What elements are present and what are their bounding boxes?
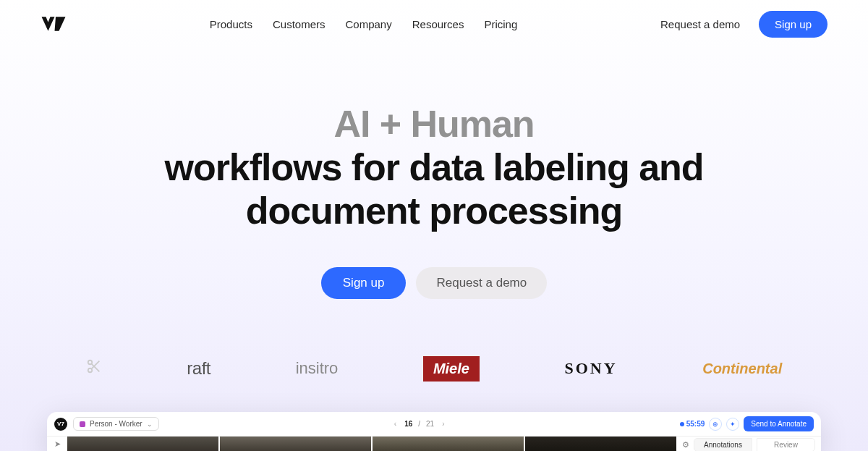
frame-thumbnail[interactable] bbox=[67, 437, 218, 451]
svg-point-1 bbox=[88, 368, 93, 373]
pagination: ‹ 16 / 21 › bbox=[392, 420, 447, 428]
gear-icon[interactable]: ⚙ bbox=[682, 440, 689, 450]
toolbar-left: V7 Person - Worker ⌄ bbox=[54, 417, 159, 431]
page-total: 21 bbox=[426, 420, 434, 428]
automation-button[interactable]: ✦ bbox=[726, 418, 739, 431]
nav-customers[interactable]: Customers bbox=[273, 18, 326, 30]
tab-review[interactable]: Review bbox=[757, 438, 815, 451]
frame-strip[interactable] bbox=[67, 437, 676, 451]
client-logo-placeholder bbox=[86, 358, 102, 379]
request-demo-button-hero[interactable]: Request a demo bbox=[416, 267, 547, 299]
client-logo-insitro: insitro bbox=[296, 359, 339, 378]
timer-dot-icon bbox=[680, 422, 684, 426]
page-separator: / bbox=[418, 420, 420, 428]
zoom-button[interactable]: ⊕ bbox=[709, 418, 722, 431]
frame-thumbnail[interactable] bbox=[525, 437, 676, 451]
session-timer: 55:59 bbox=[680, 420, 705, 428]
prev-page-button[interactable]: ‹ bbox=[392, 420, 399, 428]
nav-products[interactable]: Products bbox=[210, 18, 252, 30]
hero-ctas: Sign up Request a demo bbox=[0, 267, 868, 299]
class-selector[interactable]: Person - Worker ⌄ bbox=[73, 417, 159, 431]
timer-value: 55:59 bbox=[686, 420, 705, 428]
client-logo-raft: raft bbox=[187, 358, 210, 379]
nav-pricing[interactable]: Pricing bbox=[484, 18, 517, 30]
header-actions: Request a demo Sign up bbox=[660, 11, 827, 38]
cursor-tool-icon[interactable]: ➤ bbox=[54, 439, 61, 449]
signup-button-hero[interactable]: Sign up bbox=[321, 267, 407, 299]
page-current: 16 bbox=[404, 420, 412, 428]
nav-company[interactable]: Company bbox=[346, 18, 392, 30]
product-preview-panel: V7 Person - Worker ⌄ ‹ 16 / 21 › 55:59 ⊕… bbox=[47, 412, 821, 451]
class-color-swatch bbox=[80, 421, 85, 427]
chevron-down-icon: ⌄ bbox=[147, 421, 153, 428]
hero-title-accent: AI + Human bbox=[0, 103, 868, 146]
preview-body: ➤ ⚙ Annotations Review bbox=[47, 437, 821, 451]
class-selector-label: Person - Worker bbox=[90, 420, 142, 428]
signup-button-header[interactable]: Sign up bbox=[759, 11, 827, 38]
primary-nav: Products Customers Company Resources Pri… bbox=[210, 18, 518, 30]
right-inspector: ⚙ Annotations Review bbox=[676, 437, 821, 451]
client-logo-continental: Continental bbox=[702, 361, 782, 377]
site-header: Products Customers Company Resources Pri… bbox=[0, 0, 868, 48]
nav-resources[interactable]: Resources bbox=[412, 18, 464, 30]
next-page-button[interactable]: › bbox=[440, 420, 446, 428]
preview-toolbar: V7 Person - Worker ⌄ ‹ 16 / 21 › 55:59 ⊕… bbox=[47, 412, 821, 437]
client-logo-sony: SONY bbox=[565, 359, 618, 378]
client-logos: raft insitro Miele SONY Continental bbox=[0, 354, 868, 383]
send-to-annotate-button[interactable]: Send to Annotate bbox=[744, 416, 814, 431]
request-demo-link[interactable]: Request a demo bbox=[660, 18, 740, 30]
hero-title: AI + Human workflows for data labeling a… bbox=[0, 103, 868, 232]
tool-sidebar: ➤ bbox=[47, 437, 67, 451]
frame-thumbnail[interactable] bbox=[373, 437, 524, 451]
tab-annotations[interactable]: Annotations bbox=[694, 438, 752, 451]
svg-point-0 bbox=[88, 361, 93, 365]
frame-thumbnail[interactable] bbox=[220, 437, 371, 451]
toolbar-right: 55:59 ⊕ ✦ Send to Annotate bbox=[680, 416, 814, 431]
v7-logo[interactable] bbox=[41, 15, 67, 33]
hero-title-line-1: workflows for data labeling and bbox=[0, 146, 868, 190]
hero-title-line-2: document processing bbox=[0, 190, 868, 233]
hero-section: AI + Human workflows for data labeling a… bbox=[0, 48, 868, 299]
v7-badge-icon: V7 bbox=[54, 418, 67, 431]
client-logo-miele: Miele bbox=[423, 356, 480, 382]
